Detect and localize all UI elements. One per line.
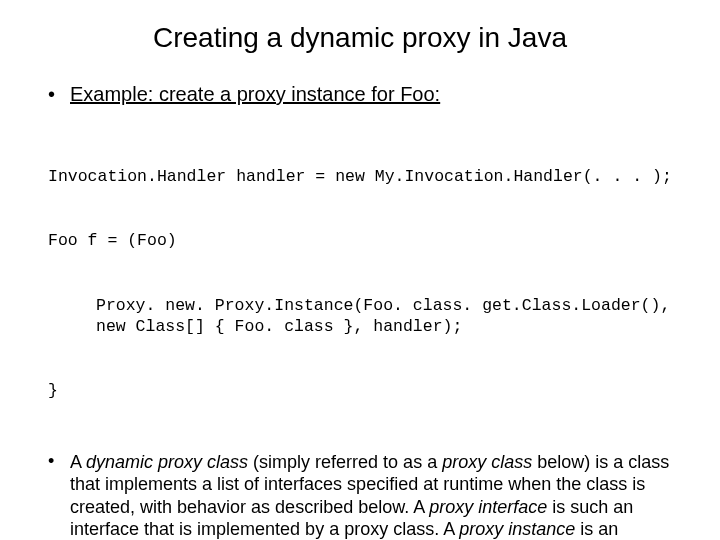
body-bullet: • A dynamic proxy class (simply referred… xyxy=(48,451,672,540)
code-line: Proxy. new. Proxy.Instance(Foo. class. g… xyxy=(48,295,672,338)
bullet-dot: • xyxy=(48,451,70,540)
slide: Creating a dynamic proxy in Java • Examp… xyxy=(0,0,720,540)
text-em: proxy interface xyxy=(429,497,547,517)
text-em: dynamic proxy class xyxy=(86,452,248,472)
body-bullets: • A dynamic proxy class (simply referred… xyxy=(48,451,672,540)
code-line: } xyxy=(48,380,672,401)
text-span: A xyxy=(70,452,86,472)
code-block: Invocation.Handler handler = new My.Invo… xyxy=(48,123,672,445)
bullet-dot: • xyxy=(48,82,70,117)
text-span: (simply referred to as a xyxy=(248,452,442,472)
text-em: proxy instance xyxy=(459,519,575,539)
body-text: A dynamic proxy class (simply referred t… xyxy=(70,451,672,540)
example-heading: Example: create a proxy instance for Foo… xyxy=(70,82,672,107)
code-line: Foo f = (Foo) xyxy=(48,230,672,251)
slide-title: Creating a dynamic proxy in Java xyxy=(48,22,672,54)
code-line: Invocation.Handler handler = new My.Invo… xyxy=(48,166,672,187)
text-em: proxy class xyxy=(442,452,532,472)
example-bullet: • Example: create a proxy instance for F… xyxy=(48,82,672,117)
